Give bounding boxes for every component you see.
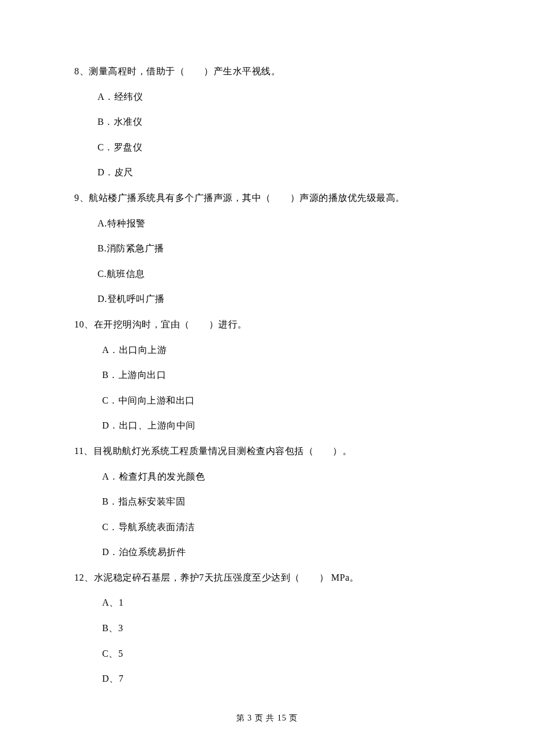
option-b: B．指点标安装牢固: [102, 494, 460, 509]
question-number: 11、: [74, 446, 93, 456]
option-d: D．泊位系统易折件: [102, 545, 460, 560]
options-list: A.特种报警 B.消防紧急广播 C.航班信息 D.登机呼叫广播: [74, 216, 460, 307]
page-footer: 第 3 页 共 15 页: [0, 713, 534, 723]
question-number: 10、: [74, 319, 94, 329]
option-a: A．检查灯具的发光颜色: [102, 469, 460, 484]
question-text: 11、目视助航灯光系统工程质量情况目测检查内容包括（ ）。: [74, 444, 460, 459]
options-list: A、1 B、3 C、5 D、7: [74, 595, 460, 686]
option-d: D、7: [102, 671, 460, 686]
option-a: A．出口向上游: [102, 343, 460, 358]
option-c: C．中间向上游和出口: [102, 393, 460, 408]
question-text: 10、在开挖明沟时，宜由（ ）进行。: [74, 317, 460, 332]
option-b: B．上游向出口: [102, 368, 460, 383]
question-text: 8、测量高程时，借助于（ ）产生水平视线。: [74, 64, 460, 79]
option-b: B、3: [102, 621, 460, 636]
question-10: 10、在开挖明沟时，宜由（ ）进行。 A．出口向上游 B．上游向出口 C．中间向…: [74, 317, 460, 433]
question-8: 8、测量高程时，借助于（ ）产生水平视线。 A．经纬仪 B．水准仪 C．罗盘仪 …: [74, 64, 460, 180]
question-number: 8、: [74, 66, 89, 76]
option-c: C、5: [102, 646, 460, 661]
option-c: C．罗盘仪: [98, 140, 460, 155]
question-text: 9、航站楼广播系统具有多个广播声源，其中（ ）声源的播放优先级最高。: [74, 190, 460, 206]
option-b: B.消防紧急广播: [98, 241, 460, 256]
option-a: A、1: [102, 595, 460, 610]
question-number: 12、: [74, 573, 94, 582]
question-body: 水泥稳定碎石基层，养护7天抗压强度至少达到（ ） MPa。: [94, 573, 359, 582]
options-list: A．经纬仪 B．水准仪 C．罗盘仪 D．皮尺: [74, 89, 460, 180]
option-d: D．皮尺: [98, 165, 460, 180]
option-c: C．导航系统表面清洁: [102, 520, 460, 535]
question-body: 目视助航灯光系统工程质量情况目测检查内容包括（ ）。: [93, 446, 352, 456]
question-body: 在开挖明沟时，宜由（ ）进行。: [94, 319, 247, 329]
question-12: 12、水泥稳定碎石基层，养护7天抗压强度至少达到（ ） MPa。 A、1 B、3…: [74, 570, 460, 686]
question-9: 9、航站楼广播系统具有多个广播声源，其中（ ）声源的播放优先级最高。 A.特种报…: [74, 190, 460, 307]
options-list: A．出口向上游 B．上游向出口 C．中间向上游和出口 D．出口、上游向中间: [74, 343, 460, 433]
options-list: A．检查灯具的发光颜色 B．指点标安装牢固 C．导航系统表面清洁 D．泊位系统易…: [74, 469, 460, 560]
option-d: D.登机呼叫广播: [98, 291, 460, 307]
question-body: 测量高程时，借助于（ ）产生水平视线。: [89, 66, 280, 76]
option-c: C.航班信息: [98, 267, 460, 282]
question-11: 11、目视助航灯光系统工程质量情况目测检查内容包括（ ）。 A．检查灯具的发光颜…: [74, 444, 460, 560]
question-number: 9、: [74, 193, 89, 203]
question-text: 12、水泥稳定碎石基层，养护7天抗压强度至少达到（ ） MPa。: [74, 570, 460, 585]
question-body: 航站楼广播系统具有多个广播声源，其中（ ）声源的播放优先级最高。: [89, 193, 405, 203]
option-a: A.特种报警: [98, 216, 460, 231]
option-a: A．经纬仪: [98, 89, 460, 105]
page-content: 8、测量高程时，借助于（ ）产生水平视线。 A．经纬仪 B．水准仪 C．罗盘仪 …: [0, 0, 534, 686]
option-d: D．出口、上游向中间: [102, 418, 460, 433]
option-b: B．水准仪: [98, 114, 460, 129]
